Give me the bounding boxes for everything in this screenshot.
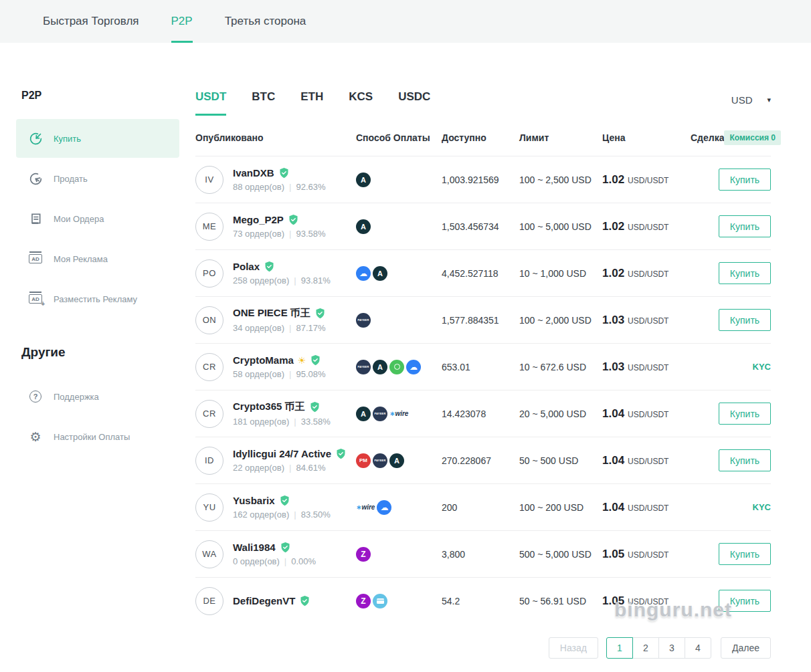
- sidebar-item-label: Моя Реклама: [54, 254, 108, 264]
- completion-rate: 87.17%: [296, 323, 325, 333]
- coin-tab-BTC[interactable]: BTC: [252, 90, 275, 116]
- available-amount: 270.228067: [442, 455, 519, 466]
- top-nav-item-0[interactable]: Быстрая Торговля: [27, 0, 155, 43]
- advcash-icon: A: [373, 266, 387, 281]
- orders-count: 258 ордер(ов): [233, 275, 289, 286]
- pagination-page-3[interactable]: 3: [658, 637, 685, 659]
- trader-name[interactable]: Idyllicgui 24/7 Active: [233, 448, 347, 459]
- buy-button[interactable]: Купить: [719, 215, 771, 237]
- buy-button[interactable]: Купить: [719, 309, 771, 331]
- offer-row: CR Crypto365 币王 181 ордер(ов) | 33.58% A…: [195, 390, 771, 437]
- trader-stats: 34 ордер(ов) | 87.17%: [233, 323, 326, 333]
- payment-methods: PAYEERA☁: [356, 360, 442, 374]
- advcash-icon: A: [389, 453, 404, 468]
- buy-button[interactable]: Купить: [719, 169, 771, 191]
- limit-range: 100 ~ 5,000 USD: [519, 221, 602, 232]
- avatar[interactable]: ON: [195, 306, 223, 334]
- completion-rate: 93.81%: [301, 275, 331, 286]
- avatar[interactable]: ME: [195, 213, 223, 241]
- col-price: Цена: [602, 132, 691, 143]
- price: 1.05USD/USDT: [602, 548, 691, 561]
- trader-stats: 162 ордер(ов) | 83.50%: [233, 510, 331, 520]
- offer-row: ON ONE PIECE 币王 34 ордер(ов) | 87.17% PA…: [195, 296, 771, 343]
- orders-count: 0 ордер(ов): [233, 556, 280, 566]
- payment-methods: Z: [356, 547, 442, 562]
- payment-settings-icon: ⚙: [28, 429, 43, 444]
- offer-row: CR CryptoMama ☀ 58 ордер(ов) | 95.08% PA…: [195, 343, 771, 390]
- available-amount: 14.423078: [442, 409, 519, 419]
- coin-tab-ETH[interactable]: ETH: [300, 90, 323, 116]
- buy-button[interactable]: Купить: [719, 543, 771, 565]
- buy-button[interactable]: Купить: [719, 262, 771, 284]
- price: 1.02USD/USDT: [602, 173, 691, 187]
- trader-name[interactable]: CryptoMama ☀: [233, 354, 326, 366]
- pagination-page-2[interactable]: 2: [632, 637, 659, 659]
- sidebar-item-other-0[interactable]: ? Поддержка: [16, 377, 179, 416]
- limit-range: 50 ~ 56.91 USD: [519, 596, 602, 606]
- avatar[interactable]: ID: [195, 447, 223, 475]
- verified-shield-icon: [310, 354, 321, 366]
- trader-name[interactable]: DefiDegenVT: [233, 595, 310, 606]
- avatar[interactable]: CR: [195, 400, 223, 428]
- sell-arrow-icon: [28, 171, 43, 186]
- sidebar-item-p2p-1[interactable]: Продать: [16, 159, 179, 198]
- coin-tabs: USDTBTCETHKCSUSDC USD ▾: [195, 90, 771, 116]
- sidebar-item-other-1[interactable]: ⚙ Настройки Оплаты: [16, 417, 179, 456]
- wire-logo: ∗wire: [356, 503, 375, 511]
- sidebar-item-p2p-0[interactable]: Купить: [16, 119, 179, 158]
- sidebar-item-label: Мои Ордера: [54, 214, 104, 224]
- fiat-selector[interactable]: USD ▾: [731, 94, 771, 112]
- sidebar-item-p2p-4[interactable]: AD Разместить Рекламу: [16, 279, 179, 318]
- sidebar-item-label: Продать: [54, 174, 88, 184]
- verified-shield-icon: [278, 167, 290, 179]
- trader-name[interactable]: Wali1984: [233, 542, 316, 553]
- top-nav-item-2[interactable]: Третья сторона: [209, 0, 323, 43]
- pagination-pages: 1234: [606, 637, 711, 659]
- pagination-prev-button[interactable]: Назад: [549, 637, 598, 659]
- trader-name[interactable]: Yusbarix: [233, 495, 331, 506]
- trader-name[interactable]: Crypto365 币王: [233, 401, 331, 413]
- coin-tab-USDC[interactable]: USDC: [398, 90, 430, 116]
- trader-name[interactable]: Polax: [233, 261, 331, 272]
- payeer-icon: PAYEER: [373, 453, 387, 468]
- sidebar-item-p2p-2[interactable]: Мои Ордера: [16, 199, 179, 238]
- price: 1.02USD/USDT: [602, 220, 691, 233]
- main-panel: USDTBTCETHKCSUSDC USD ▾ Опубликовано Спо…: [195, 43, 771, 659]
- coin-tab-KCS[interactable]: KCS: [349, 90, 373, 116]
- avatar[interactable]: DE: [195, 587, 223, 615]
- completion-rate: 95.08%: [296, 369, 325, 379]
- payment-methods: PMPAYEERA: [356, 453, 442, 468]
- orders-count: 181 ордер(ов): [233, 417, 289, 427]
- top-nav-item-1[interactable]: P2P: [155, 0, 209, 43]
- pagination-next-button[interactable]: Далее: [721, 637, 771, 659]
- buy-button[interactable]: Купить: [719, 590, 771, 612]
- buy-button[interactable]: Купить: [719, 449, 771, 471]
- buy-arrow-icon: [28, 131, 43, 146]
- avatar[interactable]: WA: [195, 540, 223, 568]
- trader-name[interactable]: IvanDXB: [233, 167, 326, 179]
- pagination-page-4[interactable]: 4: [685, 637, 711, 659]
- avatar[interactable]: CR: [195, 353, 223, 381]
- avatar[interactable]: IV: [195, 166, 223, 194]
- col-available: Доступно: [442, 132, 519, 143]
- verified-shield-icon: [314, 308, 326, 319]
- avatar[interactable]: YU: [195, 493, 223, 522]
- zelle-icon: Z: [356, 594, 371, 608]
- sidebar-item-p2p-3[interactable]: AD Моя Реклама: [16, 239, 179, 278]
- limit-range: 50 ~ 500 USD: [519, 455, 602, 466]
- trader-name[interactable]: Mego_P2P: [233, 214, 326, 225]
- limit-range: 20 ~ 5,000 USD: [519, 409, 602, 419]
- pagination-page-1[interactable]: 1: [606, 637, 633, 659]
- green-wallet-icon: [389, 360, 404, 374]
- col-deal: Сделка: [691, 132, 724, 143]
- sun-icon: ☀: [298, 355, 306, 366]
- verified-shield-icon: [279, 495, 290, 506]
- limit-range: 100 ~ 2,000 USD: [519, 315, 602, 326]
- avatar[interactable]: PO: [195, 259, 223, 288]
- price: 1.04USD/USDT: [602, 454, 691, 467]
- buy-button[interactable]: Купить: [719, 403, 771, 425]
- trader-name[interactable]: ONE PIECE 币王: [233, 307, 326, 320]
- available-amount: 1,003.921569: [442, 175, 519, 185]
- coin-tab-USDT[interactable]: USDT: [195, 90, 226, 116]
- price: 1.03USD/USDT: [602, 314, 691, 327]
